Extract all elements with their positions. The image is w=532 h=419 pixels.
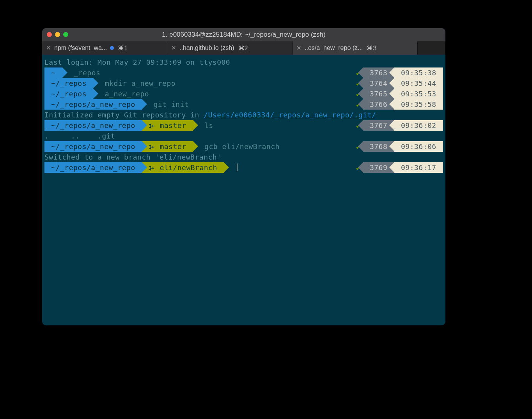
spacer [240, 162, 354, 173]
tab-1[interactable]: ✕npm (fsevent_wa...⌘1 [42, 41, 167, 55]
tab-close-icon[interactable]: ✕ [46, 44, 51, 51]
tab-status-dot-icon [110, 46, 114, 50]
prompt-line: ~/_repos/a_new_repo git init✔ 3766 09:35… [44, 99, 443, 110]
git-branch-icon [149, 121, 155, 130]
prompt-line: ~/_repos/a_new_repo master ls✔ 3767 09:3… [44, 120, 443, 131]
spacer [178, 78, 354, 89]
command-text: a_new_repo [93, 89, 151, 99]
tab-shortcut: ⌘1 [118, 44, 128, 52]
tab-2[interactable]: ✕..han.github.io (zsh)⌘2 [167, 41, 293, 55]
tab-shortcut: ⌘2 [238, 44, 248, 52]
traffic-lights [47, 32, 68, 37]
output-line: Initialized empty Git repository in /Use… [44, 110, 443, 120]
path-segment: ~/_repos [44, 78, 93, 89]
output-link[interactable]: /Users/e0060334/_repos/a_new_repo/.git/ [204, 110, 376, 120]
history-number: 3763 [363, 67, 394, 78]
path-segment: ~/_repos/a_new_repo [44, 162, 142, 173]
path-segment: ~ [44, 67, 62, 78]
output-line: Switched to a new branch 'eli/newBranch' [44, 152, 443, 162]
timestamp: 09:35:53 [394, 89, 443, 99]
prompt-line: ~/_repos mkdir a_new_repo✔ 3764 09:35:44 [44, 78, 443, 89]
timestamp: 09:36:02 [394, 120, 443, 131]
prompt-line: ~/_repos/a_new_repo eli/newBranch ✔ 3769… [44, 162, 443, 173]
prompt-line: ~/_repos/a_new_repo master gcb eli/newBr… [44, 141, 443, 152]
login-line: Last login: Mon May 27 09:33:09 on ttys0… [44, 57, 443, 67]
history-number: 3767 [363, 120, 394, 131]
timestamp: 09:35:44 [394, 78, 443, 89]
path-segment: ~/_repos/a_new_repo [44, 120, 142, 131]
branch-segment: master [142, 141, 193, 152]
output-line: . .. .git [44, 131, 443, 141]
tab-bar-empty [418, 41, 445, 55]
terminal-body[interactable]: Last login: Mon May 27 09:33:09 on ttys0… [42, 55, 445, 175]
tab-label: ..os/a_new_repo (z... [305, 44, 363, 51]
output-text: . .. .git [44, 131, 115, 141]
timestamp: 09:36:17 [394, 162, 443, 173]
cursor [237, 163, 238, 171]
timestamp: 09:35:38 [394, 67, 443, 78]
path-segment: ~/_repos [44, 89, 93, 99]
spacer [191, 99, 354, 110]
path-segment: ~/_repos/a_new_repo [44, 141, 142, 152]
spacer [216, 120, 354, 131]
tab-bar: ✕npm (fsevent_wa...⌘1✕..han.github.io (z… [42, 41, 445, 55]
tab-label: ..han.github.io (zsh) [179, 44, 234, 51]
history-number: 3768 [363, 141, 394, 152]
history-number: 3764 [363, 78, 394, 89]
titlebar[interactable]: 1. e0060334@zz25184MD: ~/_repos/a_new_re… [42, 28, 445, 41]
prompt-line: ~/_repos a_new_repo✔ 3765 09:35:53 [44, 89, 443, 99]
terminal-window: 1. e0060334@zz25184MD: ~/_repos/a_new_re… [42, 28, 445, 325]
prompt-line: ~ _repos ✔ 3763 09:35:38 [44, 67, 443, 78]
tab-close-icon[interactable]: ✕ [171, 44, 176, 51]
minimize-icon[interactable] [55, 32, 60, 37]
close-icon[interactable] [47, 32, 52, 37]
history-number: 3765 [363, 89, 394, 99]
path-segment: ~/_repos/a_new_repo [44, 99, 142, 110]
tab-close-icon[interactable]: ✕ [296, 44, 301, 51]
timestamp: 09:35:58 [394, 99, 443, 110]
path-segment: _repos [62, 67, 107, 78]
output-text: Switched to a new branch 'eli/newBranch' [44, 152, 221, 162]
git-branch-icon [149, 163, 155, 172]
command-text: git init [142, 99, 191, 110]
branch-segment: master [142, 120, 193, 131]
spacer [151, 89, 354, 99]
git-branch-icon [149, 142, 155, 151]
history-number: 3766 [363, 99, 394, 110]
spacer [282, 141, 354, 152]
timestamp: 09:36:06 [394, 141, 443, 152]
login-text: Last login: Mon May 27 09:33:09 on ttys0… [44, 57, 230, 67]
window-title: 1. e0060334@zz25184MD: ~/_repos/a_new_re… [46, 31, 442, 39]
zoom-icon[interactable] [63, 32, 68, 37]
history-number: 3769 [363, 162, 394, 173]
branch-segment: eli/newBranch [142, 162, 224, 173]
command-text: mkdir a_new_repo [93, 78, 178, 89]
tab-label: npm (fsevent_wa... [54, 44, 107, 51]
spacer [121, 67, 354, 78]
tab-shortcut: ⌘3 [367, 44, 376, 52]
output-text: Initialized empty Git repository in [44, 110, 204, 120]
tab-3[interactable]: ✕..os/a_new_repo (z...⌘3 [293, 41, 418, 55]
command-text: gcb eli/newBranch [193, 141, 282, 152]
